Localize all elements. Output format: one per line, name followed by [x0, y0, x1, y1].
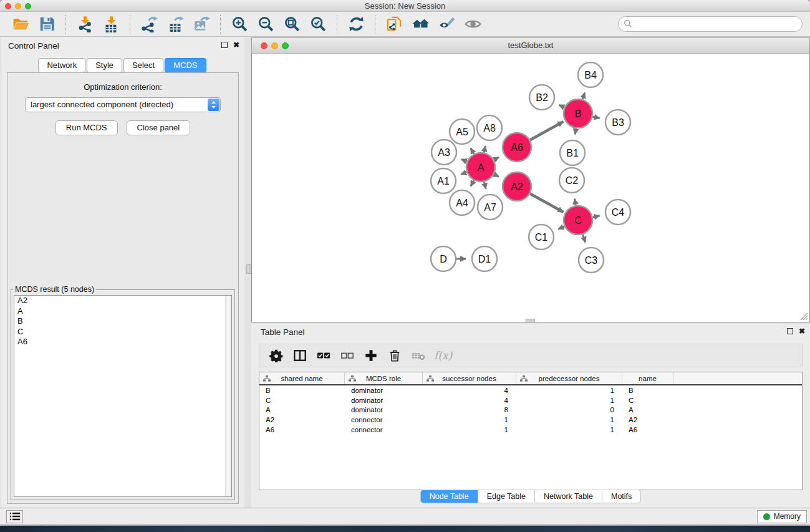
column-header-MCDS-role[interactable]: MCDS role [345, 372, 423, 384]
graph-node-D1[interactable]: D1 [472, 246, 497, 271]
graph-edge-A2-C[interactable] [530, 194, 563, 212]
tab-network[interactable]: Network [38, 58, 85, 73]
table-row[interactable]: Cdominator41C [259, 395, 802, 405]
graph-edge-C-C4[interactable] [593, 216, 600, 217]
graph-edge-B-B2[interactable] [559, 105, 564, 107]
graph-node-C4[interactable]: C4 [605, 200, 630, 225]
table-cell[interactable]: dominator [345, 397, 423, 404]
graph-node-A1[interactable]: A1 [431, 168, 456, 193]
graph-edge-A-A6[interactable] [494, 157, 499, 160]
result-item[interactable]: A6 [14, 337, 231, 347]
column-header-predecessor-nodes[interactable]: predecessor nodes [516, 372, 622, 384]
graph-edge-A-A8[interactable] [484, 146, 485, 152]
result-item[interactable]: B [14, 316, 231, 327]
table-row[interactable]: Adominator80A [259, 405, 802, 415]
graph-edge-C-C3[interactable] [582, 235, 585, 243]
result-item[interactable]: C [14, 327, 231, 337]
zoom-window-button[interactable] [25, 3, 31, 9]
network-minimize-button[interactable] [271, 42, 278, 49]
horizontal-splitter-handle[interactable] [526, 319, 535, 323]
column-header-name[interactable]: name [622, 372, 673, 384]
settings-button[interactable] [266, 346, 287, 365]
resize-grip-icon[interactable] [800, 312, 808, 321]
table-cell[interactable]: connector [345, 416, 423, 423]
graph-node-A3[interactable]: A3 [432, 140, 456, 165]
graph-edge-A-A3[interactable] [461, 159, 467, 162]
graph-node-A8[interactable]: A8 [477, 115, 502, 140]
graph-node-B[interactable]: B [564, 99, 592, 128]
graph-edge-C-C2[interactable] [575, 199, 576, 206]
float-panel-icon[interactable] [221, 42, 228, 48]
network-canvas[interactable]: B4B2BB3A8A5A6A3B1AA1C2A2A4A7C4CC1C3DD1 [251, 54, 810, 322]
refresh-view-button[interactable] [343, 14, 369, 35]
table-row[interactable]: A6connector11A6 [259, 425, 802, 435]
tab-node-table[interactable]: Node Table [421, 490, 478, 503]
minimize-window-button[interactable] [15, 3, 21, 9]
graph-node-C3[interactable]: C3 [579, 248, 604, 273]
tab-motifs[interactable]: Motifs [602, 490, 640, 503]
import-table-button[interactable] [98, 14, 124, 35]
tab-edge-table[interactable]: Edge Table [478, 490, 534, 503]
graph-edge-A-A4[interactable] [471, 180, 474, 186]
table-cell[interactable]: B [622, 387, 673, 394]
table-cell[interactable]: A6 [259, 426, 345, 433]
table-cell[interactable]: A [259, 406, 345, 414]
toggle-details-button[interactable] [433, 14, 460, 35]
tab-network-table[interactable]: Network Table [534, 490, 602, 503]
graph-node-A7[interactable]: A7 [478, 195, 503, 220]
search-input[interactable] [618, 16, 803, 32]
graph-node-B1[interactable]: B1 [560, 140, 585, 165]
deselect-all-button[interactable] [337, 346, 358, 365]
graph-edge-B-B3[interactable] [592, 117, 599, 118]
zoom-out-button[interactable] [253, 14, 279, 35]
table-cell[interactable]: 8 [423, 406, 516, 414]
table-float-panel-icon[interactable] [787, 328, 793, 334]
table-cell[interactable]: B [259, 387, 345, 394]
column-header-shared-name[interactable]: shared name [259, 372, 345, 384]
graph-node-B4[interactable]: B4 [578, 62, 603, 87]
graph-edge-A-A7[interactable] [484, 181, 486, 188]
table-cell[interactable]: 1 [423, 426, 516, 433]
table-cell[interactable]: 1 [516, 416, 622, 423]
table-cell[interactable]: 4 [423, 387, 516, 394]
criterion-select[interactable]: largest connected component (directed) [25, 97, 221, 112]
close-panel-icon[interactable]: ✖ [233, 42, 239, 48]
table-cell[interactable]: C [259, 397, 345, 404]
run-mcds-button[interactable]: Run MCDS [55, 120, 118, 135]
export-table-button[interactable] [162, 14, 188, 35]
table-row[interactable]: A2connector11A2 [259, 415, 802, 425]
graph-node-B3[interactable]: B3 [605, 110, 630, 135]
clone-network-button[interactable] [381, 14, 407, 35]
table-cell[interactable]: 4 [423, 397, 516, 404]
close-window-button[interactable] [5, 3, 11, 9]
tab-style[interactable]: Style [87, 58, 122, 73]
add-column-button[interactable] [360, 346, 382, 365]
delete-columns-button[interactable] [384, 346, 405, 365]
graph-edge-A-A2[interactable] [494, 174, 499, 177]
network-close-button[interactable] [261, 42, 268, 49]
close-panel-button[interactable]: Close panel [127, 120, 191, 135]
graph-node-A6[interactable]: A6 [503, 133, 531, 162]
table-cell[interactable]: 1 [516, 426, 622, 433]
table-cell[interactable]: 0 [516, 406, 622, 414]
table-cell[interactable]: dominator [345, 387, 423, 394]
table-cell[interactable]: 1 [423, 416, 516, 423]
graph-node-A4[interactable]: A4 [450, 190, 475, 215]
tab-mcds[interactable]: MCDS [165, 58, 206, 73]
table-cell[interactable]: A [622, 406, 673, 414]
tab-select[interactable]: Select [123, 58, 163, 73]
column-header-successor-nodes[interactable]: successor nodes [423, 372, 516, 384]
result-list-scrollbar[interactable] [225, 296, 231, 496]
vertical-splitter-handle[interactable] [246, 264, 251, 274]
graph-node-A[interactable]: A [466, 153, 495, 181]
graph-edge-A-A5[interactable] [471, 148, 474, 154]
table-cell[interactable]: C [622, 397, 673, 404]
zoom-fit-button[interactable] [279, 14, 305, 35]
select-stepper-icon[interactable] [208, 99, 219, 111]
open-session-button[interactable] [7, 14, 34, 35]
graph-edge-A6-B[interactable] [530, 122, 563, 140]
table-cell[interactable]: 1 [516, 387, 622, 394]
zoom-in-button[interactable] [226, 14, 253, 35]
graph-node-A2[interactable]: A2 [503, 172, 531, 201]
show-view-button[interactable] [460, 14, 486, 35]
